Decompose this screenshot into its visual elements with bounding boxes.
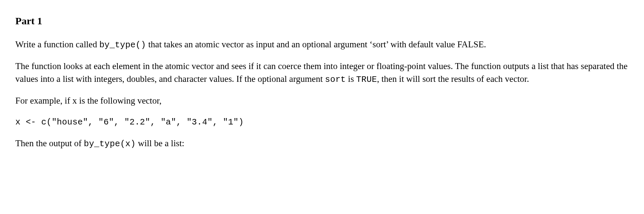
- inline-code: sort: [325, 75, 346, 84]
- paragraph-4: Then the output of by_type(x) will be a …: [15, 137, 629, 150]
- text-segment: , then it will sort the results of each …: [377, 74, 529, 84]
- inline-code: TRUE: [356, 75, 377, 84]
- paragraph-3: For example, if x is the following vecto…: [15, 94, 629, 107]
- text-segment: The function looks at each element in th…: [15, 61, 627, 84]
- text-segment: Then the output of: [15, 138, 84, 148]
- section-heading: Part 1: [15, 14, 629, 29]
- text-segment: Write a function called: [15, 39, 99, 49]
- text-segment: will be a list:: [136, 138, 184, 148]
- text-segment: that takes an atomic vector as input and…: [146, 39, 486, 49]
- inline-code: by_type(x): [84, 139, 136, 149]
- text-segment: is: [346, 74, 356, 84]
- paragraph-2: The function looks at each element in th…: [15, 60, 629, 86]
- paragraph-1: Write a function called by_type() that t…: [15, 38, 629, 51]
- inline-code: by_type(): [99, 40, 146, 50]
- code-block: x <- c("house", "6", "2.2", "a", "3.4", …: [15, 116, 629, 128]
